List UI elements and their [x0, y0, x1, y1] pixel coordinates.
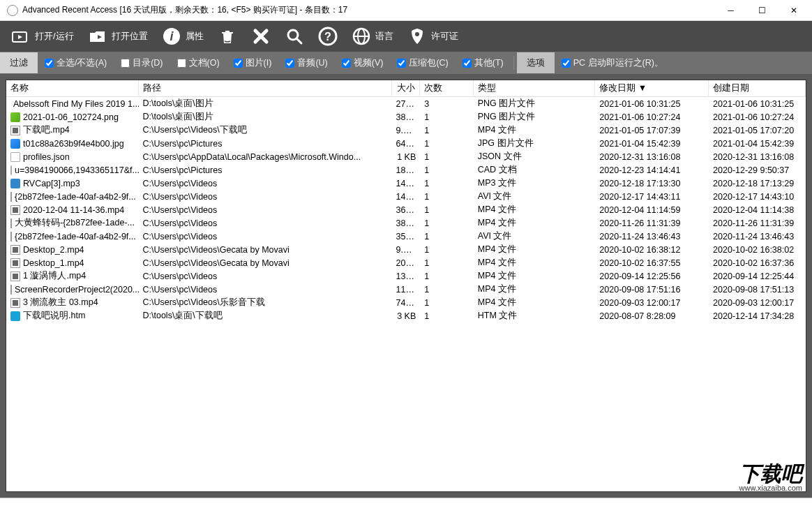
- others-checkbox[interactable]: 其他(T): [456, 57, 511, 69]
- table-row[interactable]: profiles.jsonC:\Users\pc\AppData\Local\P…: [6, 150, 806, 163]
- language-button[interactable]: 语言: [346, 24, 399, 49]
- audio-checkbox[interactable]: 音频(U): [278, 57, 334, 69]
- cell-path: C:\Users\pc\Pictures: [139, 138, 392, 149]
- cell-count: 3: [420, 98, 473, 110]
- dirs-checkbox[interactable]: 目录(D): [114, 57, 170, 69]
- open-run-icon: [11, 27, 31, 46]
- watermark-url: www.xiazaiba.com: [739, 484, 802, 492]
- col-mdate[interactable]: 修改日期 ▼: [595, 80, 709, 97]
- open-location-button[interactable]: 打开位置: [82, 24, 153, 49]
- cell-size: 36 KB: [392, 205, 421, 216]
- open-run-button[interactable]: 打开/运行: [6, 24, 80, 49]
- cell-mdate: 2020-12-04 11:14:59: [595, 205, 709, 216]
- col-size[interactable]: 大小: [392, 80, 421, 97]
- cell-mdate: 2020-12-31 13:16:08: [595, 151, 709, 163]
- cell-path: D:\tools\桌面\图片: [139, 97, 392, 110]
- main-toolbar: 打开/运行 打开位置 i 属性 ? 语言 许可证: [0, 21, 812, 52]
- col-name[interactable]: 名称: [6, 80, 139, 97]
- cell-count: 1: [420, 191, 473, 202]
- table-row[interactable]: 2021-01-06_102724.pngD:\tools\桌面\图片38 KB…: [6, 110, 806, 124]
- maximize-button[interactable]: ☐: [746, 0, 778, 21]
- filter-tab[interactable]: 过滤: [0, 52, 38, 73]
- cell-type: AVI 文件: [474, 190, 596, 203]
- table-row[interactable]: 1 漩涡博人.mp4C:\Users\pc\Videos13.2 MB1MP4 …: [6, 269, 806, 283]
- trash-icon: [218, 27, 237, 46]
- cell-mdate: 2020-11-26 11:31:39: [595, 218, 709, 229]
- grid-body[interactable]: Abelssoft Find My Files 2019 1...D:\tool…: [6, 97, 806, 491]
- cell-name: Desktop_1.mp4: [23, 258, 84, 268]
- startup-checkbox[interactable]: PC 启动即运行之(R)。: [555, 57, 670, 69]
- svg-line-6: [296, 38, 301, 43]
- cell-name: {2b872fee-1ade-40af-a4b2-9f...: [15, 232, 136, 241]
- cell-type: MP4 文件: [474, 216, 596, 230]
- cell-mdate: 2021-01-06 10:27:24: [595, 112, 709, 123]
- cell-size: 144 KB: [392, 191, 421, 202]
- images-checkbox[interactable]: 图片(I): [227, 57, 279, 69]
- docs-checkbox[interactable]: 文档(O): [170, 57, 227, 69]
- options-tab[interactable]: 选项: [517, 52, 555, 73]
- table-row[interactable]: Desktop_1.mp4C:\Users\pc\Videos\Gecata b…: [6, 256, 806, 269]
- cell-mdate: 2020-09-14 12:25:56: [595, 271, 709, 282]
- cell-type: MP4 文件: [474, 283, 596, 296]
- cell-count: 1: [420, 138, 473, 149]
- cell-type: CAD 文档: [474, 163, 596, 177]
- table-row[interactable]: Desktop_2.mp4C:\Users\pc\Videos\Gecata b…: [6, 243, 806, 256]
- select-all-checkbox[interactable]: 全选/不选(A): [38, 57, 114, 69]
- cell-size: 11 MB: [392, 284, 421, 295]
- col-count[interactable]: 次数: [420, 80, 473, 97]
- col-path[interactable]: 路径: [139, 80, 392, 97]
- license-button[interactable]: 许可证: [402, 24, 464, 49]
- file-icon: [10, 285, 12, 295]
- cell-cdate: 2020-09-14 12:25:44: [709, 271, 806, 282]
- cell-type: MP3 文件: [474, 177, 596, 190]
- svg-marker-1: [18, 35, 22, 39]
- help-button[interactable]: ?: [313, 24, 343, 49]
- cell-type: MP4 文件: [474, 243, 596, 256]
- watermark: 下载吧 www.xiazaiba.com: [739, 463, 802, 492]
- search-button[interactable]: [279, 24, 310, 49]
- video-checkbox[interactable]: 视频(V): [335, 57, 391, 69]
- table-row[interactable]: 2020-12-04 11-14-36.mp4C:\Users\pc\Video…: [6, 203, 806, 216]
- table-row[interactable]: {2b872fee-1ade-40af-a4b2-9f...C:\Users\p…: [6, 190, 806, 203]
- cell-name: u=3984190066,1943365117&f...: [15, 165, 139, 175]
- archives-checkbox[interactable]: 压缩包(C): [390, 57, 455, 69]
- cell-name: 下载吧.mp4: [23, 124, 70, 136]
- cell-path: C:\Users\pc\Pictures: [139, 165, 392, 176]
- delete-button[interactable]: [246, 24, 276, 49]
- col-cdate[interactable]: 创建日期: [709, 80, 806, 97]
- cell-path: C:\Users\pc\Videos: [139, 231, 392, 242]
- recycle-button[interactable]: [212, 24, 243, 49]
- cell-mdate: 2020-11-24 13:46:43: [595, 231, 709, 242]
- cell-count: 1: [420, 284, 473, 295]
- properties-button[interactable]: i 属性: [156, 24, 209, 49]
- table-row[interactable]: RVCap[3].mp3C:\Users\pc\Videos141 KB1MP3…: [6, 177, 806, 190]
- cell-count: 1: [420, 151, 473, 163]
- language-label: 语言: [375, 30, 393, 43]
- file-icon: [10, 126, 20, 135]
- table-row[interactable]: 下载吧.mp4C:\Users\pc\Videos\下载吧9.8 MB1MP4 …: [6, 124, 806, 137]
- table-row[interactable]: Abelssoft Find My Files 2019 1...D:\tool…: [6, 97, 806, 110]
- file-icon: [10, 165, 12, 175]
- table-row[interactable]: 大黄蜂转码-{2b872fee-1ade-...C:\Users\pc\Vide…: [6, 216, 806, 230]
- table-row[interactable]: u=3984190066,1943365117&f...C:\Users\pc\…: [6, 163, 806, 177]
- cell-size: 3 KB: [392, 311, 421, 322]
- minimize-button[interactable]: ─: [715, 0, 746, 21]
- status-bar: [0, 498, 812, 513]
- cell-cdate: 2020-11-26 11:31:39: [709, 218, 806, 229]
- cell-cdate: 2020-09-03 12:00:17: [709, 297, 806, 308]
- cell-mdate: 2020-10-02 16:37:55: [595, 258, 709, 269]
- col-type[interactable]: 类型: [474, 80, 596, 97]
- cell-mdate: 2020-12-17 14:43:11: [595, 191, 709, 202]
- cell-count: 1: [420, 231, 473, 242]
- table-row[interactable]: t01c88a263b9f4e4b00.jpgC:\Users\pc\Pictu…: [6, 137, 806, 150]
- table-row[interactable]: ScreenRecorderProject2(2020...C:\Users\p…: [6, 283, 806, 296]
- close-button[interactable]: ✕: [778, 0, 809, 21]
- cell-name: 下载吧说明.htm: [23, 310, 85, 322]
- cell-size: 20.1 MB: [392, 258, 421, 269]
- table-row[interactable]: {2b872fee-1ade-40af-a4b2-9f...C:\Users\p…: [6, 230, 806, 243]
- shield-icon: [407, 27, 427, 46]
- cell-size: 38 KB: [392, 112, 421, 123]
- cell-type: HTM 文件: [474, 309, 596, 322]
- table-row[interactable]: 3 潮流教主 03.mp4C:\Users\pc\Videos\乐影音下载74 …: [6, 296, 806, 309]
- table-row[interactable]: 下载吧说明.htmD:\tools\桌面\下载吧3 KB1HTM 文件2020-…: [6, 309, 806, 322]
